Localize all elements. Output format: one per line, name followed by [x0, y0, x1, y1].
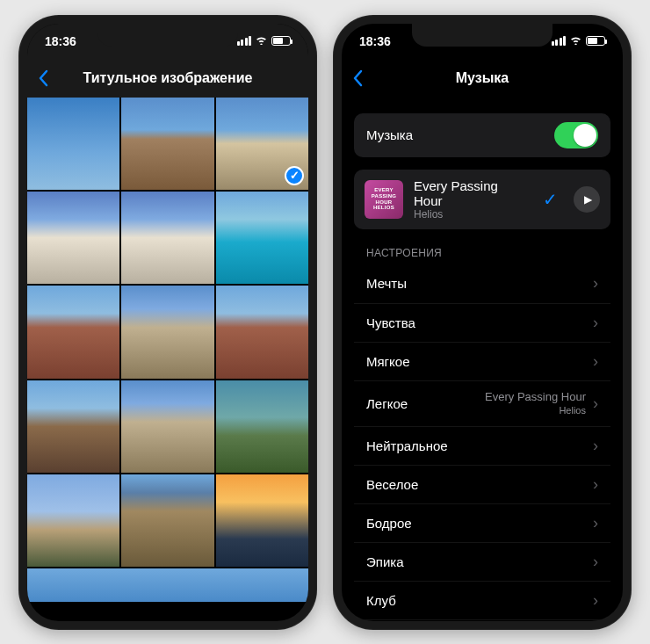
toggle-label: Музыка	[366, 127, 554, 142]
screen-right: 18:36 Музыка Музыка	[342, 24, 623, 621]
chevron-right-icon: ›	[593, 591, 598, 610]
mood-label: Нейтральное	[366, 438, 586, 453]
notch	[98, 24, 238, 47]
mood-row[interactable]: Клуб ›	[354, 581, 610, 619]
photo-thumbnail[interactable]	[216, 192, 308, 284]
photo-grid[interactable]: ✓	[27, 98, 308, 602]
chevron-right-icon: ›	[593, 314, 598, 332]
photo-thumbnail[interactable]	[216, 286, 308, 378]
photo-thumbnail[interactable]	[27, 192, 119, 284]
phone-right: 18:36 Музыка Музыка	[333, 15, 632, 630]
mood-row[interactable]: Мечты ›	[354, 264, 610, 303]
chevron-right-icon: ›	[593, 514, 598, 532]
signal-icon	[237, 36, 252, 46]
photo-thumbnail[interactable]	[27, 98, 119, 190]
chevron-right-icon: ›	[593, 553, 598, 571]
mood-label: Чувства	[366, 315, 586, 330]
status-icons	[237, 34, 292, 47]
mood-row[interactable]: Чувства ›	[354, 303, 610, 342]
photo-thumbnail[interactable]	[216, 474, 308, 567]
screen-left: 18:36 Титульное изображение ✓	[27, 24, 308, 621]
mood-label: Мягкое	[366, 354, 586, 369]
nav-bar: Титульное изображение	[27, 59, 308, 98]
wifi-icon	[569, 34, 582, 47]
mood-row[interactable]: Легкое Every Passing Hour Helios ›	[354, 380, 610, 426]
status-time: 18:36	[359, 34, 391, 48]
chevron-right-icon: ›	[593, 437, 598, 455]
photo-thumbnail[interactable]	[27, 286, 119, 378]
nav-bar: Музыка	[342, 59, 623, 98]
photo-thumbnail[interactable]: ✓	[216, 98, 308, 190]
photo-thumbnail[interactable]	[216, 380, 308, 473]
photo-thumbnail[interactable]	[27, 568, 308, 601]
moods-section-header: НАСТРОЕНИЯ	[342, 242, 623, 264]
page-title: Титульное изображение	[27, 70, 308, 86]
album-art: EVERY PASSING HOUR HELIOS	[365, 180, 403, 219]
current-song-row[interactable]: EVERY PASSING HOUR HELIOS Every Passing …	[354, 170, 610, 229]
status-time: 18:36	[45, 34, 76, 48]
music-toggle[interactable]	[554, 122, 598, 148]
song-artist: Helios	[414, 208, 527, 221]
photo-thumbnail[interactable]	[27, 380, 119, 473]
phone-left: 18:36 Титульное изображение ✓	[18, 15, 317, 630]
selected-check-icon: ✓	[285, 166, 304, 185]
song-title: Every Passing Hour	[414, 178, 527, 208]
mood-label: Бодрое	[366, 516, 586, 531]
mood-label: Эпика	[366, 554, 586, 569]
photo-thumbnail[interactable]	[121, 474, 213, 567]
mood-row[interactable]: Веселое ›	[354, 465, 610, 503]
mood-row[interactable]: Нейтральное ›	[354, 426, 610, 465]
chevron-right-icon: ›	[593, 475, 598, 494]
mood-row[interactable]: Мягкое ›	[354, 342, 610, 380]
battery-icon	[271, 36, 291, 46]
page-title: Музыка	[342, 70, 623, 86]
chevron-right-icon: ›	[593, 274, 598, 293]
photo-thumbnail[interactable]	[121, 192, 213, 284]
wifi-icon	[255, 34, 268, 47]
signal-icon	[552, 36, 567, 46]
mood-row[interactable]: Бодрое ›	[354, 503, 610, 542]
music-toggle-row: Музыка	[354, 113, 610, 157]
photo-thumbnail[interactable]	[121, 380, 213, 473]
photo-thumbnail[interactable]	[121, 98, 213, 190]
status-icons	[552, 34, 606, 47]
battery-icon	[586, 36, 605, 46]
mood-row[interactable]: Эпика ›	[354, 542, 610, 581]
check-icon: ✓	[543, 189, 558, 210]
mood-label: Легкое	[366, 396, 485, 411]
mood-row[interactable]: Экстрим ›	[354, 619, 610, 621]
notch	[412, 24, 552, 47]
moods-list: Мечты › Чувства › Мягкое › Легкое Every …	[354, 264, 610, 621]
chevron-right-icon: ›	[593, 394, 598, 413]
chevron-right-icon: ›	[593, 352, 598, 371]
photo-thumbnail[interactable]	[121, 286, 213, 378]
song-text: Every Passing Hour Helios	[414, 178, 527, 221]
play-button[interactable]: ▶	[574, 186, 600, 213]
mood-label: Веселое	[366, 477, 586, 492]
mood-detail: Every Passing Hour Helios	[485, 390, 586, 417]
photo-thumbnail[interactable]	[27, 474, 119, 567]
mood-label: Клуб	[366, 593, 586, 608]
mood-label: Мечты	[366, 276, 586, 291]
